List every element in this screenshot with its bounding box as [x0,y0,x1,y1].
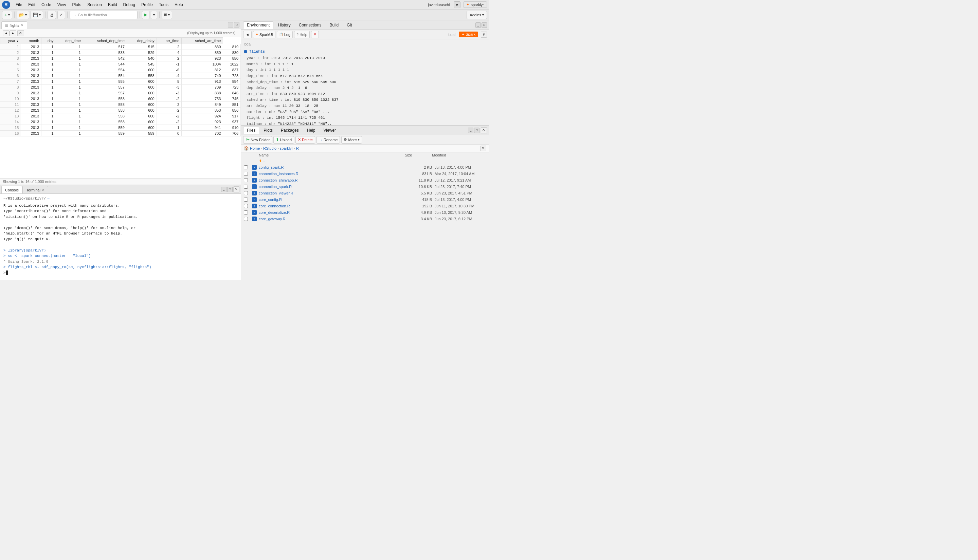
save-btn[interactable]: 💾 ▾ [30,11,43,19]
file-name-8[interactable]: core_deserialize.R [259,210,405,215]
console-maximize-btn[interactable]: □ [227,187,233,192]
tab-viewer[interactable]: Viewer [320,127,339,134]
spell-btn[interactable]: ✓ [57,11,65,19]
files-sync-btn[interactable]: ⟳ [480,146,486,151]
file-name-6[interactable]: core_config.R [259,198,405,202]
col-header-dep-time[interactable]: dep_time [56,38,83,44]
file-checkbox-2[interactable] [244,172,248,176]
open-file-btn[interactable]: 📂 ▾ [17,11,29,19]
file-checkbox-9[interactable] [244,217,248,221]
menu-view[interactable]: View [55,2,69,8]
tab-git[interactable]: Git [343,22,355,29]
tab-packages[interactable]: Packages [277,127,302,134]
spark-label[interactable]: ✦ Spark [459,32,478,37]
col-header-sched-dep-time[interactable]: sched_dep_time [83,38,127,44]
minimize-btn[interactable]: _ [228,22,233,27]
delete-btn[interactable]: ✕ Delete [295,136,315,143]
console-tab[interactable]: Console [2,186,22,193]
file-parent-dir[interactable]: ⬆ .. [259,159,405,163]
refresh-btn[interactable]: ⟳ [17,30,24,36]
close-flights-tab[interactable]: ✕ [21,23,23,27]
file-row[interactable]: R connection_instances.R 831 B Mar 24, 2… [241,171,489,177]
file-name-2[interactable]: connection_instances.R [259,172,405,176]
file-checkbox-7[interactable] [244,204,248,208]
col-header-month[interactable]: month [21,38,42,44]
col-header-day[interactable]: day [42,38,56,44]
col-header-year[interactable]: year [0,38,21,44]
file-row[interactable]: R core_deserialize.R 4.9 KB Jun 10, 2017… [241,209,489,216]
console-content[interactable]: ~/RStudio/sparklyr/ ⇢ R is a collaborati… [0,194,241,280]
file-row[interactable]: R config_spark.R 2 KB Jul 13, 2017, 4:00… [241,164,489,171]
run-btn[interactable]: ▶ [142,11,149,19]
file-row[interactable]: R connection_shinyapp.R 11.8 KB Jul 12, … [241,177,489,183]
files-maximize-btn[interactable]: □ [474,128,479,133]
more-btn[interactable]: ⚙ More ▾ [341,136,362,143]
maximize-btn[interactable]: □ [234,22,239,27]
flights-tab[interactable]: ▦ flights ✕ [2,22,27,29]
new-file-btn[interactable]: + ▾ [2,11,12,19]
tab-help[interactable]: Help [303,127,319,134]
menu-profile[interactable]: Profile [139,2,155,8]
goto-input[interactable]: → Go to file/function [70,11,137,19]
env-back-btn[interactable]: ◄ [243,31,252,38]
terminal-tab[interactable]: Terminal ✕ [22,186,48,193]
file-row[interactable]: R core_connection.R 192 B Jun 11, 2017, … [241,203,489,209]
file-checkbox-3[interactable] [244,178,248,182]
user-icon[interactable]: ⇄ [454,2,461,8]
file-checkbox-4[interactable] [244,185,248,189]
file-name-1[interactable]: config_spark.R [259,165,405,169]
new-folder-btn[interactable]: 🗁 New Folder [243,136,272,143]
file-row[interactable]: R connection_viewer.R 5.5 KB Jun 23, 201… [241,190,489,197]
console-minimize-btn[interactable]: _ [221,187,227,192]
breadcrumb-sparklyr[interactable]: sparklyr [280,146,293,150]
file-row[interactable]: ⬆ .. [241,158,489,164]
grid-btn[interactable]: ⊞▾ [162,11,172,19]
breadcrumb-home[interactable]: Home [250,146,260,150]
breadcrumb-r[interactable]: R [296,146,299,150]
rename-btn[interactable]: → Rename [317,136,340,143]
file-name-4[interactable]: connection_spark.R [259,185,405,189]
flights-var-row[interactable]: flights [244,49,486,55]
close-terminal[interactable]: ✕ [42,188,45,192]
tab-build[interactable]: Build [325,22,342,29]
log-btn[interactable]: 📋 Log [277,31,293,38]
console-clear-btn[interactable]: ✎ [233,186,239,192]
menu-session[interactable]: Session [85,2,105,8]
menu-edit[interactable]: Edit [25,2,38,8]
file-checkbox-8[interactable] [244,210,248,215]
files-refresh-btn[interactable]: ⟳ [481,127,487,133]
menu-tools[interactable]: Tools [156,2,171,8]
path-navigate[interactable]: ⇢ [47,196,49,201]
help-btn[interactable]: ? Help [294,31,310,38]
tab-files[interactable]: Files [243,127,259,134]
file-name-7[interactable]: core_connection.R [259,204,405,208]
env-minimize-btn[interactable]: _ [476,22,481,28]
file-checkbox-1[interactable] [244,165,248,169]
run-dropdown[interactable]: ▾ [151,11,157,19]
breadcrumb-rstudio[interactable]: RStudio [263,146,276,150]
tab-plots[interactable]: Plots [260,127,276,134]
tab-connections[interactable]: Connections [295,22,325,29]
nav-back-btn[interactable]: ◄ [3,30,10,36]
col-header-arr-time[interactable]: arr_time [157,38,181,44]
file-checkbox-6[interactable] [244,198,248,202]
data-table-container[interactable]: year month day dep_time sched_dep_time d… [0,37,241,178]
addins-btn[interactable]: Addins ▾ [467,11,487,19]
file-row[interactable]: R core_config.R 418 B Jul 13, 2017, 4:00… [241,197,489,203]
file-name-3[interactable]: connection_shinyapp.R [259,178,405,182]
menu-plots[interactable]: Plots [70,2,84,8]
close-spark-btn[interactable]: ✕ [311,31,319,38]
print-btn[interactable]: 🖨 [48,11,56,19]
file-checkbox-5[interactable] [244,191,248,195]
file-name-9[interactable]: core_gateway.R [259,217,405,221]
menu-debug[interactable]: Debug [120,2,138,8]
files-minimize-btn[interactable]: _ [468,128,473,133]
env-copy-btn[interactable]: ⎘ [481,32,487,38]
file-name-5[interactable]: connection_viewer.R [259,191,405,195]
col-header-dep-delay[interactable]: dep_delay [127,38,157,44]
col-header-sched-arr-time[interactable]: sched_arr_time [182,38,223,44]
upload-btn[interactable]: ⬆ Upload [274,136,294,143]
sparkui-btn[interactable]: ✦ SparkUI [253,31,275,38]
nav-fwd-btn[interactable]: ► [10,30,16,36]
menu-file[interactable]: File [13,2,25,8]
